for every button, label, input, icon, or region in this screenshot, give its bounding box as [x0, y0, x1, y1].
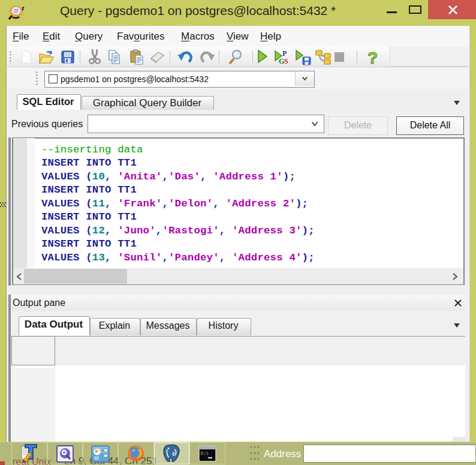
svg-text:S: S	[284, 57, 288, 65]
svg-text:C:\: C:\	[201, 451, 209, 456]
svg-text:?: ?	[367, 49, 378, 66]
svg-text:P: P	[282, 49, 287, 58]
svg-text:G: G	[279, 57, 284, 65]
